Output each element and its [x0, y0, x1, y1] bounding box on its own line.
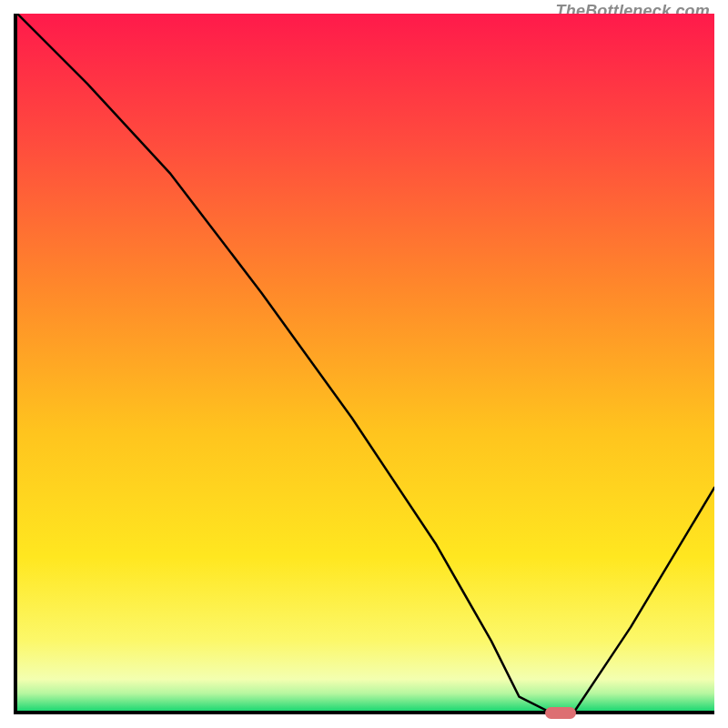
gradient-background: [17, 14, 714, 711]
optimal-marker: [545, 707, 576, 719]
x-axis: [14, 711, 714, 714]
chart-frame: TheBottleneck.com: [0, 0, 728, 728]
bottleneck-chart: [17, 14, 714, 711]
